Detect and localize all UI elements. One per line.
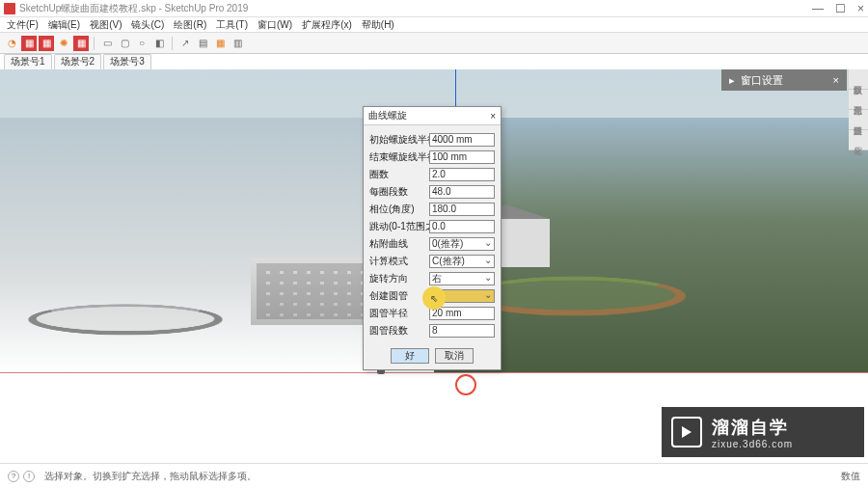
tool-icon[interactable]: ✺ (56, 36, 71, 51)
tool-push-icon[interactable]: ▤ (195, 36, 210, 51)
cursor-highlight: ⇖ (422, 286, 446, 310)
tool-icon[interactable]: ▦ (73, 36, 89, 51)
tool-rect-icon[interactable]: ▢ (117, 36, 132, 51)
title-bar: SketchUp螺旋曲面建模教程.skp - SketchUp Pro 2019… (0, 0, 868, 17)
scene-tab[interactable]: 场景号2 (54, 54, 102, 69)
scene-tabs: 场景号1 场景号2 场景号3 (0, 54, 868, 69)
dialog-close-icon[interactable]: × (490, 111, 496, 122)
combo-input[interactable]: 0(推荐) (429, 237, 495, 251)
menu-tools[interactable]: 工具(T) (213, 17, 251, 32)
menu-extensions[interactable]: 扩展程序(x) (299, 17, 355, 32)
app-icon (4, 3, 15, 14)
status-warn-icon[interactable]: ! (23, 471, 35, 482)
maximize-button[interactable]: ☐ (835, 2, 846, 15)
field-label: 圆管半径 (369, 307, 429, 320)
close-button[interactable]: × (857, 2, 864, 15)
menu-edit[interactable]: 编辑(E) (45, 17, 83, 32)
dialog-titlebar[interactable]: 曲线螺旋 × (364, 107, 501, 125)
text-input[interactable]: 0.0 (429, 220, 495, 233)
tool-circle-icon[interactable]: ○ (134, 36, 149, 51)
tool-cursor-icon[interactable]: ▭ (99, 36, 115, 51)
play-icon (671, 417, 702, 447)
side-tab[interactable]: 图元信息 (849, 90, 868, 110)
dialog-title: 曲线螺旋 (368, 109, 407, 122)
dialog-row: 初始螺旋线半径4000 mm (369, 132, 495, 147)
tool-3d-icon[interactable]: ◧ (151, 36, 167, 51)
field-label: 圆管段数 (369, 324, 429, 338)
field-label: 计算模式 (369, 255, 429, 268)
status-bar: ? ! 选择对象。切换到扩充选择，拖动鼠标选择多项。 数值 (0, 463, 868, 488)
menu-window[interactable]: 窗口(W) (255, 17, 295, 32)
ok-button[interactable]: 好 (391, 348, 429, 364)
scene-tab[interactable]: 场景号1 (4, 54, 52, 69)
text-input[interactable]: 100 mm (429, 150, 495, 164)
cursor-icon: ⇖ (430, 293, 438, 304)
side-tab[interactable]: 雾化 (849, 130, 868, 150)
dialog-row: 计算模式C(推荐) (369, 254, 495, 268)
toolbar: ◔ ▦ ▦ ✺ ▦ ▭ ▢ ○ ◧ ↗ ▤ ▦ ▥ (0, 33, 868, 54)
field-label: 粘附曲线 (369, 237, 429, 251)
dialog-row: 每圈段数48.0 (369, 184, 495, 199)
status-hint: 选择对象。切换到扩充选择，拖动鼠标选择多项。 (44, 470, 257, 483)
status-info-icon[interactable]: ? (8, 471, 19, 482)
field-label: 相位(角度) (369, 203, 429, 216)
text-input[interactable]: 180.0 (429, 203, 495, 216)
field-label: 结束螺旋线半径 (369, 150, 429, 164)
dialog-row: 圆管段数8 (369, 323, 495, 338)
dialog-row: 粘附曲线0(推荐) (369, 236, 495, 251)
side-tabs: 默认面板 图元信息 阴影设置 雾化 (849, 69, 868, 150)
menu-camera[interactable]: 镜头(C) (128, 17, 167, 32)
text-input[interactable]: 4000 mm (429, 133, 495, 147)
tool-move-icon[interactable]: ▥ (230, 36, 245, 51)
menu-file[interactable]: 文件(F) (4, 17, 41, 32)
annotation-circle (455, 374, 476, 395)
dialog-row: 相位(角度)180.0 (369, 202, 495, 216)
menu-draw[interactable]: 绘图(R) (171, 17, 209, 32)
tray-close-icon[interactable]: × (833, 74, 839, 86)
menu-help[interactable]: 帮助(H) (359, 17, 397, 32)
field-label: 跳动(0-1范围之间) (369, 220, 429, 233)
minimize-button[interactable]: — (812, 2, 824, 15)
tool-icon[interactable]: ▦ (21, 36, 37, 51)
cancel-button[interactable]: 取消 (435, 348, 474, 364)
tool-icon[interactable]: ◔ (4, 36, 19, 51)
field-label: 每圈段数 (369, 185, 429, 199)
dialog-row: 结束螺旋线半径100 mm (369, 149, 495, 164)
window-title: SketchUp螺旋曲面建模教程.skp - SketchUp Pro 2019 (19, 2, 812, 15)
watermark-url: zixue.3d66.com (712, 439, 793, 449)
measurement-label: 数值 (841, 470, 860, 483)
tool-measure-icon[interactable]: ▦ (212, 36, 228, 51)
combo-input[interactable]: 右 (429, 272, 495, 285)
field-label: 创建圆管 (369, 289, 429, 303)
text-input[interactable]: 2.0 (429, 168, 495, 181)
tool-line-icon[interactable]: ↗ (177, 36, 193, 51)
side-tab[interactable]: 阴影设置 (849, 110, 868, 130)
dialog-row: 跳动(0-1范围之间)0.0 (369, 219, 495, 233)
dialog-row: 旋转方向右 (369, 271, 495, 285)
watermark: 溜溜自学 zixue.3d66.com (662, 407, 864, 457)
tray-header[interactable]: ▸ 窗口设置 × (721, 69, 847, 91)
field-label: 圈数 (369, 168, 429, 181)
curve-spiral-dialog: 曲线螺旋 × 初始螺旋线半径4000 mm结束螺旋线半径100 mm圈数2.0每… (363, 106, 502, 370)
text-input[interactable]: 48.0 (429, 185, 495, 199)
combo-input[interactable]: C(推荐) (429, 255, 495, 268)
watermark-brand: 溜溜自学 (712, 416, 793, 439)
scene-tab[interactable]: 场景号3 (103, 54, 151, 69)
menu-bar: 文件(F) 编辑(E) 视图(V) 镜头(C) 绘图(R) 工具(T) 窗口(W… (0, 17, 868, 33)
toolbar-separator (94, 37, 95, 50)
menu-view[interactable]: 视图(V) (87, 17, 124, 32)
text-input[interactable]: 8 (429, 324, 495, 338)
tray-title: 窗口设置 (741, 73, 783, 88)
side-tab[interactable]: 默认面板 (849, 69, 868, 90)
dialog-row: 圈数2.0 (369, 167, 495, 181)
collapse-arrow-icon: ▸ (729, 74, 735, 87)
tool-icon[interactable]: ▦ (39, 36, 54, 51)
field-label: 初始螺旋线半径 (369, 133, 429, 147)
field-label: 旋转方向 (369, 272, 429, 285)
toolbar-separator (172, 37, 173, 50)
